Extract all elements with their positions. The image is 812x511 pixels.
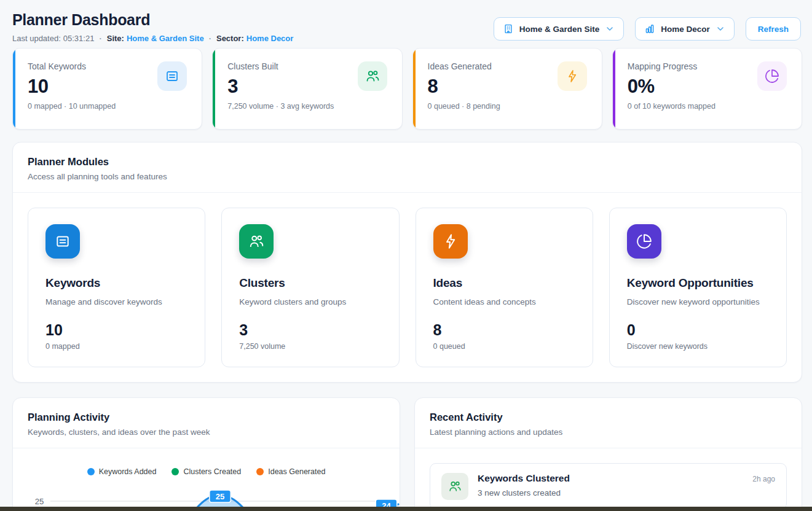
pie-chart-icon (757, 61, 787, 91)
module-value: 8 (433, 321, 575, 339)
planning-activity-subtitle: Keywords, clusters, and ideas over the p… (28, 427, 385, 437)
legend-dot-icon (171, 468, 179, 475)
planner-modules-panel: Planner Modules Access all planning tool… (12, 142, 802, 383)
meta-separator: · (99, 34, 101, 43)
module-card-ideas[interactable]: Ideas Content ideas and concepts 8 0 que… (416, 208, 593, 367)
meta-line: Last updated: 05:31:21 · Site: Home & Ga… (12, 34, 293, 43)
modules-title: Planner Modules (28, 156, 787, 168)
y-axis-tick: 25 (35, 497, 44, 506)
users-icon (239, 224, 274, 259)
site-label: Site: (107, 34, 124, 43)
recent-activity-subtitle: Latest planning actions and updates (430, 427, 787, 437)
module-description: Discover new keyword opportunities (627, 297, 769, 306)
site-selector-value: Home & Garden Site (519, 25, 600, 34)
chevron-down-icon (715, 24, 725, 34)
svg-text:25: 25 (216, 492, 225, 501)
meta-separator: · (209, 34, 211, 43)
legend-dot-icon (87, 468, 95, 475)
stat-card-ideas-generated: Ideas Generated 8 0 queued · 8 pending (412, 48, 602, 130)
stat-card-mapping-progress: Mapping Progress 0% 0 of 10 keywords map… (612, 48, 802, 130)
document-icon (45, 224, 80, 259)
recent-activity-list: Keywords Clustered 2h ago 3 new clusters… (415, 448, 802, 511)
stat-subtext: 7,250 volume · 3 avg keywords (227, 102, 387, 111)
planning-activity-title: Planning Activity (28, 412, 385, 423)
module-subtext: 7,250 volume (239, 342, 381, 351)
legend-item-clusters-created[interactable]: Clusters Created (171, 467, 241, 476)
building-icon (503, 23, 514, 34)
module-description: Content ideas and concepts (433, 297, 575, 306)
module-card-keywords[interactable]: Keywords Manage and discover keywords 10… (28, 208, 205, 367)
stat-subtext: 0 queued · 8 pending (428, 102, 587, 111)
legend-label: Clusters Created (183, 467, 241, 476)
sector-selector-dropdown[interactable]: Home Decor (635, 17, 735, 41)
bar-chart-icon (644, 23, 655, 34)
stat-cards-row: Total Keywords 10 0 mapped · 10 unmapped… (12, 48, 802, 130)
legend-label: Keywords Added (99, 467, 157, 476)
activity-item-keywords-clustered: Keywords Clustered 2h ago 3 new clusters… (430, 463, 787, 510)
module-value: 0 (627, 321, 769, 339)
sector-selector-value: Home Decor (661, 25, 710, 34)
pie-chart-icon (627, 224, 661, 259)
sector-link[interactable]: Home Decor (246, 34, 294, 43)
page-title: Planner Dashboard (12, 11, 293, 29)
bottom-edge-bar (0, 507, 812, 511)
module-card-clusters[interactable]: Clusters Keyword clusters and groups 3 7… (221, 208, 399, 367)
users-icon (358, 61, 387, 91)
recent-activity-title: Recent Activity (430, 412, 787, 423)
module-card-keyword-opportunities[interactable]: Keyword Opportunities Discover new keywo… (609, 208, 787, 367)
lightning-icon (433, 224, 468, 259)
module-value: 10 (45, 321, 187, 339)
recent-activity-panel: Recent Activity Latest planning actions … (414, 397, 802, 511)
legend-item-keywords-added[interactable]: Keywords Added (87, 467, 157, 476)
module-title: Ideas (433, 276, 575, 290)
stat-subtext: 0 mapped · 10 unmapped (28, 102, 187, 111)
planning-activity-header: Planning Activity Keywords, clusters, an… (13, 398, 400, 448)
title-block: Planner Dashboard Last updated: 05:31:21… (12, 11, 293, 43)
legend-dot-icon (256, 468, 264, 475)
header-controls: Home & Garden Site Home Decor (494, 17, 801, 41)
activity-description: 3 new clusters created (478, 488, 775, 497)
module-title: Keywords (45, 276, 187, 290)
data-label-badge: 25 (210, 490, 231, 502)
module-subtext: Discover new keywords (627, 342, 769, 351)
module-value: 3 (239, 321, 381, 339)
stat-subtext: 0 of 10 keywords mapped (628, 102, 787, 111)
sector-label: Sector: (216, 34, 244, 43)
last-updated-value: 05:31:21 (63, 34, 95, 43)
module-title: Keyword Opportunities (627, 276, 769, 290)
refresh-button[interactable]: Refresh (746, 17, 801, 41)
legend-item-ideas-generated[interactable]: Ideas Generated (256, 467, 325, 476)
planner-dashboard-page: Planner Dashboard Last updated: 05:31:21… (0, 0, 812, 511)
recent-activity-header: Recent Activity Latest planning actions … (415, 398, 802, 448)
activity-title: Keywords Clustered (478, 473, 570, 484)
planning-activity-panel: Planning Activity Keywords, clusters, an… (12, 397, 400, 511)
activity-timestamp: 2h ago (752, 475, 775, 483)
top-bar: Planner Dashboard Last updated: 05:31:21… (12, 11, 802, 43)
legend-label: Ideas Generated (268, 467, 325, 476)
modules-subtitle: Access all planning tools and features (28, 172, 787, 181)
module-description: Keyword clusters and groups (239, 297, 381, 306)
document-icon (157, 61, 187, 91)
module-title: Clusters (239, 276, 381, 290)
chart-legend: Keywords Added Clusters Created Ideas Ge… (13, 467, 400, 476)
modules-panel-header: Planner Modules Access all planning tool… (13, 142, 802, 193)
modules-grid: Keywords Manage and discover keywords 10… (13, 193, 802, 382)
activity-body: Keywords Clustered 2h ago 3 new clusters… (478, 473, 775, 497)
users-icon (441, 473, 468, 500)
module-subtext: 0 mapped (45, 342, 187, 351)
module-subtext: 0 queued (433, 342, 575, 351)
module-description: Manage and discover keywords (45, 297, 187, 306)
lightning-icon (558, 61, 587, 91)
site-selector-dropdown[interactable]: Home & Garden Site (494, 17, 625, 41)
stat-card-clusters-built: Clusters Built 3 7,250 volume · 3 avg ke… (212, 48, 402, 130)
stat-card-total-keywords: Total Keywords 10 0 mapped · 10 unmapped (12, 48, 202, 130)
chart-area: Keywords Added Clusters Created Ideas Ge… (13, 467, 400, 511)
site-link[interactable]: Home & Garden Site (127, 34, 204, 43)
last-updated-label: Last updated: (12, 34, 61, 43)
bottom-row: Planning Activity Keywords, clusters, an… (12, 397, 802, 511)
chevron-down-icon (605, 24, 615, 34)
